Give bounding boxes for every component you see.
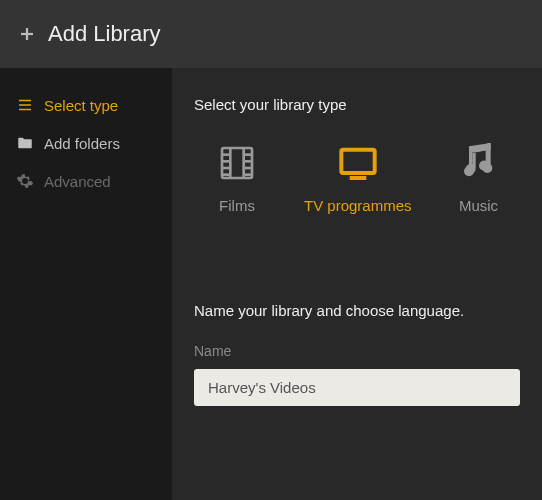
library-type-label: Music xyxy=(459,197,498,214)
library-name-input[interactable] xyxy=(194,369,520,406)
library-type-films[interactable]: Films xyxy=(212,143,262,214)
library-type-row: Films TV programmes Music xyxy=(194,143,520,214)
sidebar-item-select-type[interactable]: Select type xyxy=(0,86,172,124)
dialog-header: Add Library xyxy=(0,0,542,68)
main-panel: Select your library type Films TV progra… xyxy=(172,68,542,500)
folder-icon xyxy=(16,134,34,152)
wizard-sidebar: Select type Add folders Advanced xyxy=(0,68,172,500)
dialog-title: Add Library xyxy=(48,21,161,47)
select-type-heading: Select your library type xyxy=(194,96,520,113)
name-section-heading: Name your library and choose language. xyxy=(194,302,520,319)
list-icon xyxy=(16,96,34,114)
library-type-music[interactable]: Music xyxy=(454,143,504,214)
sidebar-item-label: Add folders xyxy=(44,135,120,152)
plus-icon xyxy=(18,25,36,43)
gear-icon xyxy=(16,172,34,190)
library-type-label: TV programmes xyxy=(304,197,412,214)
library-type-tv[interactable]: TV programmes xyxy=(304,143,412,214)
sidebar-item-label: Advanced xyxy=(44,173,111,190)
music-icon xyxy=(454,143,504,183)
svg-rect-16 xyxy=(341,150,374,173)
tv-icon xyxy=(333,143,383,183)
sidebar-item-advanced[interactable]: Advanced xyxy=(0,162,172,200)
sidebar-item-add-folders[interactable]: Add folders xyxy=(0,124,172,162)
name-field-label: Name xyxy=(194,343,520,359)
film-icon xyxy=(212,143,262,183)
library-type-label: Films xyxy=(219,197,255,214)
sidebar-item-label: Select type xyxy=(44,97,118,114)
